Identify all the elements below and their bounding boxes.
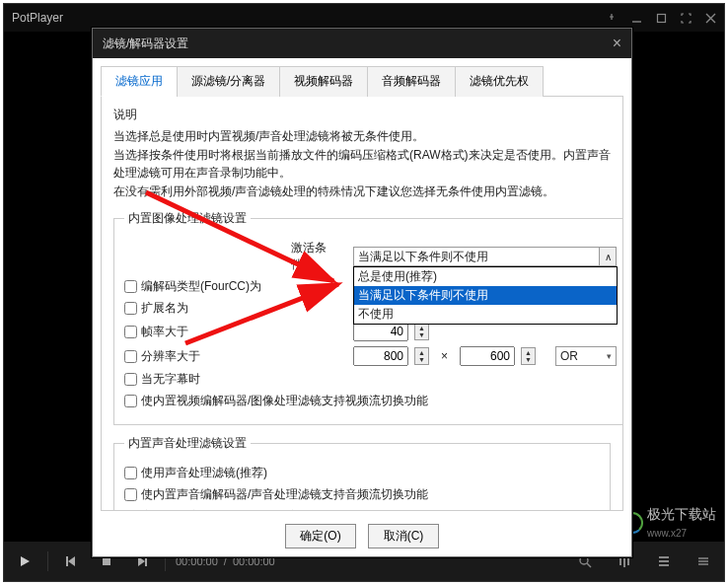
svg-rect-5: [103, 557, 110, 565]
svg-rect-10: [619, 557, 621, 565]
legend-audio-filter: 内置声音处理滤镜设置: [124, 435, 251, 452]
cancel-button[interactable]: 取消(C): [368, 524, 439, 548]
res-w-input[interactable]: [353, 346, 408, 366]
window-controls: [607, 13, 716, 24]
cb-videc-label: 使内置视频编解码器/图像处理滤镜支持视频流切换功能: [141, 393, 428, 409]
ok-button[interactable]: 确定(O): [285, 524, 356, 548]
play-button[interactable]: [12, 548, 37, 574]
cb-useaudio[interactable]: [124, 467, 137, 479]
fieldset-audio-filter: 内置声音处理滤镜设置 使用声音处理滤镜(推荐) 使内置声音编解码器/声音处理滤镜…: [113, 435, 611, 511]
activate-combo-field[interactable]: 当满足以下条件则不使用: [353, 247, 600, 266]
svg-marker-6: [138, 556, 145, 566]
tab-audio-decoder[interactable]: 音频解码器: [367, 66, 456, 97]
menu-icon[interactable]: [691, 548, 716, 574]
svg-marker-2: [21, 556, 30, 566]
res-w-spinner[interactable]: ▲▼: [414, 347, 429, 365]
cb-nosub[interactable]: [124, 373, 137, 386]
activate-combo[interactable]: 当满足以下条件则不使用 ∧ 总是使用(推荐) 当满足以下条件则不使用 不使用: [353, 247, 617, 266]
cb-res[interactable]: [124, 350, 137, 363]
watermark-text: 极光下载站: [647, 506, 716, 522]
watermark: 极光下载站 www.x27: [621, 506, 716, 540]
cb-nosub-label: 当无字幕时: [141, 371, 200, 388]
dialog-title: 滤镜/解码器设置: [103, 36, 613, 52]
cb-audiodec-label: 使内置声音编解码器/声音处理滤镜支持音频流切换功能: [141, 486, 428, 503]
watermark-url: www.x27: [647, 528, 687, 539]
svg-rect-12: [627, 558, 629, 565]
cb-ext-label: 扩展名为: [141, 300, 188, 317]
combo-opt-condition[interactable]: 当满足以下条件则不使用: [354, 286, 617, 305]
dialog-footer: 确定(O) 取消(C): [93, 524, 631, 548]
svg-rect-1: [658, 14, 666, 22]
res-logic-select[interactable]: OR▾: [555, 346, 617, 366]
tab-source-filter[interactable]: 源滤镜/分离器: [177, 66, 280, 97]
tab-video-decoder[interactable]: 视频解码器: [279, 66, 368, 97]
filter-decoder-settings-dialog: 滤镜/解码器设置 × 滤镜应用 源滤镜/分离器 视频解码器 音频解码器 滤镜优先…: [92, 28, 632, 557]
res-x: ×: [441, 349, 448, 363]
activate-label: 激活条件：: [291, 240, 347, 273]
svg-marker-3: [68, 556, 75, 566]
cb-fps-label: 帧率大于: [141, 324, 188, 340]
cb-audsel[interactable]: [124, 510, 137, 511]
cb-res-label: 分辨率大于: [141, 348, 200, 365]
window-minimize-icon[interactable]: [631, 13, 642, 24]
window-pin-icon[interactable]: [607, 13, 618, 24]
fieldset-image-filter: 内置图像处理滤镜设置 激活条件： 当满足以下条件则不使用 ∧ 总是使用(推荐) …: [113, 210, 623, 425]
window-maximize-icon[interactable]: [656, 13, 667, 24]
tab-filter-priority[interactable]: 滤镜优先权: [455, 66, 544, 97]
fps-input[interactable]: [353, 322, 408, 341]
cb-audiodec[interactable]: [124, 488, 137, 501]
cb-ext[interactable]: [124, 302, 137, 315]
tab-pane: 说明 当选择总是使用时内置视频/声音处理滤镜将被无条件使用。 当选择按条件使用时…: [101, 97, 623, 511]
prev-button[interactable]: [58, 548, 84, 574]
playlist-icon[interactable]: [651, 548, 677, 574]
combo-opt-never[interactable]: 不使用: [354, 305, 617, 324]
svg-rect-4: [66, 556, 68, 566]
svg-rect-14: [659, 560, 669, 562]
combo-opt-always[interactable]: 总是使用(推荐): [354, 267, 617, 286]
svg-rect-15: [659, 564, 669, 566]
cb-useaudio-label: 使用声音处理滤镜(推荐): [141, 465, 267, 481]
cb-videc[interactable]: [124, 395, 137, 407]
desc-text: 当选择总是使用时内置视频/声音处理滤镜将被无条件使用。 当选择按条件使用时将根据…: [113, 127, 611, 200]
window-fullscreen-icon[interactable]: [681, 13, 692, 24]
cb-fourcc[interactable]: [124, 280, 137, 293]
desc-heading: 说明: [113, 107, 611, 123]
cb-audsel-label: 启用内置音频选择滤镜(内置音频切换器): [141, 508, 350, 511]
tab-filter-apply[interactable]: 滤镜应用: [101, 66, 178, 97]
fps-spinner[interactable]: ▲▼: [414, 323, 429, 340]
svg-point-8: [580, 556, 588, 564]
dialog-titlebar: 滤镜/解码器设置 ×: [93, 29, 631, 58]
app-title: PotPlayer: [12, 11, 607, 25]
activate-combo-button[interactable]: ∧: [599, 247, 617, 266]
cb-fourcc-label: 编解码类型(FourCC)为: [141, 278, 261, 295]
cb-fps[interactable]: [124, 326, 137, 338]
activate-combo-dropdown: 总是使用(推荐) 当满足以下条件则不使用 不使用: [353, 266, 618, 325]
legend-image-filter: 内置图像处理滤镜设置: [124, 210, 251, 227]
window-close-icon[interactable]: [705, 13, 716, 24]
svg-rect-13: [659, 556, 669, 558]
tabs: 滤镜应用 源滤镜/分离器 视频解码器 音频解码器 滤镜优先权: [101, 66, 623, 97]
dialog-close-icon[interactable]: ×: [613, 35, 621, 52]
res-h-input[interactable]: [460, 346, 515, 366]
svg-rect-7: [145, 556, 147, 566]
svg-line-9: [587, 563, 591, 567]
res-h-spinner[interactable]: ▲▼: [521, 347, 536, 365]
